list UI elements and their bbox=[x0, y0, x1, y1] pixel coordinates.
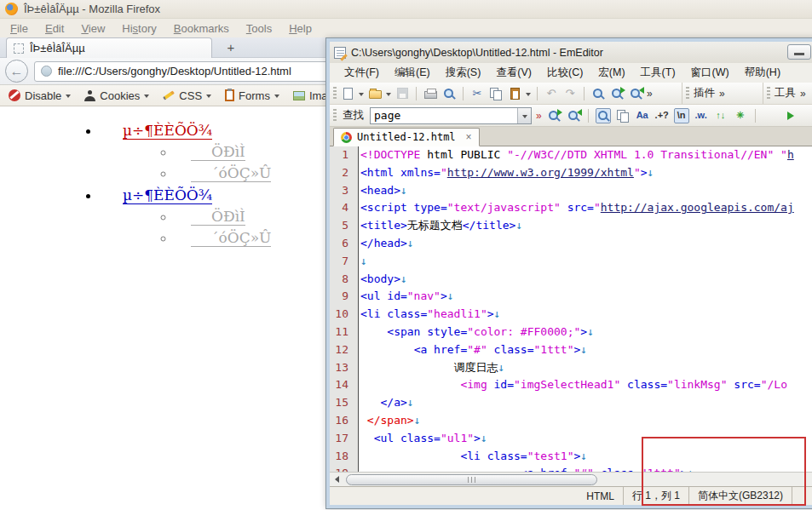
code-line-text[interactable]: <ul class="ul1">↓ bbox=[354, 430, 487, 448]
code-editor-area[interactable]: 1<!DOCTYPE html PUBLIC "-//W3C//DTD XHTM… bbox=[330, 146, 812, 472]
new-file-dropdown[interactable] bbox=[359, 93, 364, 96]
page-main-link[interactable]: µ÷¶ÈÈÕÖ¾ bbox=[123, 122, 212, 140]
devbar-item-disable[interactable]: Disable bbox=[9, 89, 71, 102]
code-line[interactable]: 6</head>↓ bbox=[330, 235, 812, 253]
code-line-text[interactable]: <ul id="nav">↓ bbox=[354, 288, 454, 306]
devbar-item-css[interactable]: CSS bbox=[163, 89, 211, 102]
find-next-icon[interactable] bbox=[609, 86, 625, 101]
find-in-files-icon[interactable] bbox=[615, 108, 631, 123]
find-prev-icon[interactable] bbox=[566, 108, 581, 123]
scroll-left-button[interactable] bbox=[330, 473, 343, 486]
code-line-text[interactable]: <!DOCTYPE html PUBLIC "-//W3C//DTD XHTML… bbox=[354, 146, 794, 164]
code-line[interactable]: 12 <a href="#" class="1ttt">↓ bbox=[330, 341, 812, 359]
count-all-icon[interactable]: ✳ bbox=[733, 108, 748, 123]
emeditor-menu-item[interactable]: 宏(M) bbox=[590, 64, 632, 82]
firefox-menu-view[interactable]: View bbox=[72, 20, 113, 37]
tools-label[interactable]: 工具 bbox=[775, 86, 796, 100]
code-line[interactable]: 7↓ bbox=[330, 253, 812, 271]
save-icon[interactable] bbox=[394, 86, 410, 101]
code-line-text[interactable]: ↓ bbox=[354, 253, 367, 271]
code-line-text[interactable]: </a>↓ bbox=[354, 394, 414, 412]
print-icon[interactable] bbox=[423, 86, 438, 101]
code-line-text[interactable]: <span style="color: #FF0000;">↓ bbox=[354, 324, 594, 341]
minimize-button[interactable] bbox=[787, 44, 811, 60]
firefox-menu-file[interactable]: File bbox=[2, 20, 37, 37]
redo-icon[interactable]: ↷ bbox=[562, 86, 578, 101]
open-file-icon[interactable] bbox=[367, 86, 383, 101]
firefox-menu-help[interactable]: Help bbox=[280, 20, 320, 37]
firefox-menu-tools[interactable]: Tools bbox=[238, 20, 280, 37]
page-sub-link[interactable]: ÖÐìÌ bbox=[191, 208, 245, 226]
toolbar-overflow-chevron[interactable]: » bbox=[647, 88, 653, 100]
plugins-overflow-chevron[interactable]: » bbox=[719, 88, 725, 100]
page-sub-link[interactable]: ´óÖÇ»Û bbox=[191, 164, 271, 182]
code-line-text[interactable]: <li class="test1">↓ bbox=[354, 448, 587, 466]
code-line-text[interactable]: </head>↓ bbox=[354, 235, 414, 253]
tools-overflow-chevron[interactable]: » bbox=[800, 88, 806, 100]
emeditor-menu-item[interactable]: 比较(C) bbox=[539, 64, 590, 82]
code-line[interactable]: 10<li class="headli1">↓ bbox=[330, 306, 812, 324]
paste-icon[interactable] bbox=[507, 86, 522, 101]
code-line-text[interactable]: </span>↓ bbox=[354, 412, 420, 430]
highlight-search-icon[interactable] bbox=[596, 108, 611, 123]
page-sub-link[interactable]: ÖÐìÌ bbox=[191, 143, 245, 161]
code-line[interactable]: 14 <img id="imgSelectHead1" class="linkM… bbox=[330, 376, 812, 394]
code-line-text[interactable]: <title>无标题文档</title>↓ bbox=[354, 217, 522, 235]
devbar-item-cookies[interactable]: Cookies bbox=[84, 89, 149, 102]
code-line[interactable]: 4<script type="text/javascript" src="htt… bbox=[330, 199, 812, 217]
undo-icon[interactable]: ↶ bbox=[544, 86, 559, 101]
emeditor-menu-item[interactable]: 帮助(H) bbox=[737, 64, 788, 82]
find-dropdown-button[interactable] bbox=[517, 108, 531, 123]
devbar-item-forms[interactable]: Forms bbox=[225, 89, 279, 102]
code-line-text[interactable]: <img id="imgSelectHead1" class="linkMsg"… bbox=[354, 376, 787, 394]
find-overflow-chevron[interactable]: » bbox=[536, 110, 542, 122]
cut-icon[interactable]: ✂ bbox=[469, 86, 485, 101]
emeditor-menu-item[interactable]: 窗口(W) bbox=[683, 64, 737, 82]
scrollbar-thumb[interactable] bbox=[346, 474, 597, 485]
match-case-icon[interactable]: Aa bbox=[635, 108, 650, 123]
new-tab-button[interactable]: + bbox=[220, 39, 242, 56]
code-line[interactable]: 15 </a>↓ bbox=[330, 394, 812, 412]
search-up-down-icon[interactable]: ↑↓ bbox=[713, 108, 728, 123]
find-combobox[interactable]: page bbox=[370, 107, 532, 124]
open-file-dropdown[interactable] bbox=[386, 93, 391, 96]
new-file-icon[interactable] bbox=[340, 86, 355, 101]
emeditor-menu-item[interactable]: 搜索(S) bbox=[438, 64, 489, 82]
find-next-icon[interactable] bbox=[546, 108, 561, 123]
page-main-link[interactable]: µ÷¶ÈÈÕÖ¾ bbox=[123, 186, 212, 204]
code-line-text[interactable]: <li class="headli1">↓ bbox=[354, 306, 500, 324]
code-line-text[interactable]: <html xmlns="http://www.w3.org/1999/xhtm… bbox=[354, 164, 654, 182]
firefox-menu-edit[interactable]: Edit bbox=[37, 20, 72, 37]
emeditor-menu-item[interactable]: 编辑(E) bbox=[387, 64, 438, 82]
code-line[interactable]: 2<html xmlns="http://www.w3.org/1999/xht… bbox=[330, 164, 812, 182]
firefox-active-tab[interactable]: ÎÞ±êÌâÎÄµµ bbox=[6, 37, 212, 58]
code-line[interactable]: 8<body>↓ bbox=[330, 271, 812, 289]
code-line-text[interactable]: <head>↓ bbox=[354, 182, 407, 200]
emeditor-document-tab[interactable]: Untitled-12.html × bbox=[333, 128, 480, 146]
escape-sequence-icon[interactable]: \n bbox=[674, 108, 689, 123]
firefox-menu-history[interactable]: History bbox=[113, 20, 164, 37]
find-icon[interactable] bbox=[590, 86, 606, 101]
paste-dropdown[interactable] bbox=[526, 93, 531, 96]
emeditor-menu-item[interactable]: 文件(F) bbox=[337, 64, 387, 82]
emeditor-menu-item[interactable]: 工具(T) bbox=[633, 64, 683, 82]
whole-word-icon[interactable]: .w. bbox=[694, 108, 709, 123]
code-line[interactable]: 16 </span>↓ bbox=[330, 412, 812, 430]
plugins-label[interactable]: 插件 bbox=[694, 86, 715, 100]
back-button[interactable]: ← bbox=[5, 60, 28, 83]
regex-icon[interactable]: .+? bbox=[654, 108, 670, 123]
tab-close-icon[interactable]: × bbox=[466, 131, 472, 143]
find-input-value[interactable]: page bbox=[371, 109, 517, 122]
emeditor-menu-item[interactable]: 查看(V) bbox=[488, 64, 539, 82]
go-button-icon[interactable] bbox=[783, 108, 798, 123]
code-line-text[interactable]: <a href="#" class="1ttt">↓ bbox=[354, 341, 587, 359]
firefox-menu-bookmarks[interactable]: Bookmarks bbox=[165, 20, 238, 37]
code-line[interactable]: 9<ul id="nav">↓ bbox=[330, 288, 812, 306]
code-line-text[interactable]: 调度日志↓ bbox=[354, 359, 504, 377]
code-line[interactable]: 3<head>↓ bbox=[330, 182, 812, 200]
code-line[interactable]: 11 <span style="color: #FF0000;">↓ bbox=[330, 324, 812, 341]
code-line[interactable]: 13 调度日志↓ bbox=[330, 359, 812, 377]
print-preview-icon[interactable] bbox=[441, 86, 457, 101]
page-sub-link[interactable]: ´óÖÇ»Û bbox=[191, 229, 271, 247]
code-line[interactable]: 5<title>无标题文档</title>↓ bbox=[330, 217, 812, 235]
